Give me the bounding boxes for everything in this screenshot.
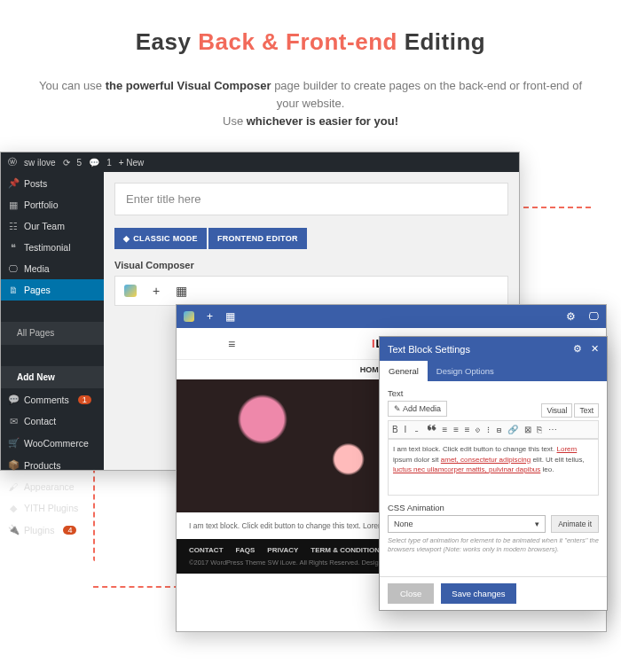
updates-count: 5 xyxy=(77,158,83,168)
add-element-button[interactable]: + xyxy=(153,284,160,298)
pin-icon: 📌 xyxy=(8,177,19,189)
modal-footer: Close Save changes xyxy=(380,576,607,610)
footer-link[interactable]: CONTACT xyxy=(189,546,224,554)
sidebar-item-comments[interactable]: 💬Comments1 xyxy=(1,388,104,410)
cart-icon: 🛒 xyxy=(8,437,19,449)
footer-link[interactable]: TERM & CONDITIONS xyxy=(310,546,384,554)
sidebar-item-posts[interactable]: 📌Posts xyxy=(1,172,104,194)
sidebar-sub-allpages[interactable]: All Pages xyxy=(1,322,104,345)
gear-icon[interactable]: ⚙ xyxy=(566,310,576,323)
site-name[interactable]: sw ilove xyxy=(24,158,56,168)
tab-design[interactable]: Design Options xyxy=(428,361,503,381)
sidebar-item-pages[interactable]: 🗎Pages xyxy=(1,279,104,301)
vc-icon: ◆ xyxy=(123,234,130,243)
vc-logo-icon[interactable] xyxy=(124,285,137,297)
subtitle: You can use the powerful Visual Composer… xyxy=(35,77,586,130)
sidebar-item-testimonial[interactable]: ❝Testimonial xyxy=(1,237,104,258)
animate-it-button[interactable]: Animate it xyxy=(551,515,599,533)
add-button[interactable]: + xyxy=(207,310,213,323)
badge: 1 xyxy=(78,395,91,404)
visual-tab[interactable]: Visual xyxy=(541,403,572,418)
grid-icon: ▦ xyxy=(8,199,19,210)
save-button[interactable]: Save changes xyxy=(441,583,515,604)
tab-general[interactable]: General xyxy=(380,361,428,381)
new-button[interactable]: + New xyxy=(119,158,145,168)
wysiwyg-toolbar[interactable]: B I ﹘ ❝ ≡ ≡ ≡ ⊘ ⋮ ⊟ 🔗 ⊠ ⎘ ⋯ xyxy=(388,420,599,439)
sidebar-item-contact[interactable]: ✉Contact xyxy=(1,410,104,432)
box-icon: 📦 xyxy=(8,459,19,471)
mail-icon: ✉ xyxy=(8,416,19,426)
vc-heading: Visual Composer xyxy=(114,260,508,270)
quote-icon: ❝ xyxy=(8,242,19,253)
sidebar-item-plugins[interactable]: 🔌Plugins4 xyxy=(1,519,104,541)
text-editor[interactable]: I am text block. Click edit button to ch… xyxy=(388,439,599,496)
modal-tabs: General Design Options xyxy=(380,361,607,381)
sidebar-item-woo[interactable]: 🛒WooCommerce xyxy=(1,432,104,454)
chevron-icon: ▾ xyxy=(535,520,539,528)
add-media-button[interactable]: ✎ Add Media xyxy=(388,401,447,417)
title-accent: Back & Front-end xyxy=(198,28,397,55)
css-animation-select[interactable]: None▾ xyxy=(388,515,546,533)
menu-icon[interactable]: ≡ xyxy=(228,337,235,351)
brush-icon: 🖌 xyxy=(8,481,19,492)
template-button[interactable]: ▦ xyxy=(225,310,235,323)
plug-icon: 🔌 xyxy=(8,524,19,535)
media-icon: 🖵 xyxy=(8,263,19,274)
page-title: Easy Back & Front-end Editing xyxy=(35,28,586,56)
fe-toolbar: + ▦ ⚙ 🖵 xyxy=(177,305,606,328)
help-text: Select type of animation for element to … xyxy=(388,536,599,554)
classic-mode-button[interactable]: ◆CLASSIC MODE xyxy=(114,228,207,249)
sidebar-item-appearance[interactable]: 🖌Appearance xyxy=(1,476,104,497)
badge: 4 xyxy=(63,526,76,535)
comments-count: 1 xyxy=(106,158,112,168)
sidebar-item-portfolio[interactable]: ▦Portfolio xyxy=(1,194,104,215)
text-tab[interactable]: Text xyxy=(574,403,599,418)
close-icon[interactable]: ✕ xyxy=(591,343,599,355)
modal-title: Text Block Settings xyxy=(388,344,470,355)
text-label: Text xyxy=(388,388,599,398)
template-button[interactable]: ▦ xyxy=(176,284,187,298)
updates-icon[interactable]: ⟳ xyxy=(63,158,70,168)
wp-sidebar: 📌Posts ▦Portfolio ☷Our Team ❝Testimonial… xyxy=(1,172,104,470)
wp-icon[interactable]: ⓦ xyxy=(8,156,17,168)
modal-header[interactable]: Text Block Settings ⚙✕ xyxy=(380,337,607,361)
frontend-editor-button[interactable]: FRONTEND EDITOR xyxy=(208,228,307,249)
title-input[interactable]: Enter title here xyxy=(114,183,508,215)
title-part: Easy xyxy=(136,28,198,55)
diamond-icon: ◆ xyxy=(8,503,19,513)
close-button[interactable]: Close xyxy=(388,583,434,604)
sidebar-item-media[interactable]: 🖵Media xyxy=(1,258,104,279)
comments-icon[interactable]: 💬 xyxy=(89,158,99,168)
team-icon: ☷ xyxy=(8,221,19,231)
text-block-settings-modal: Text Block Settings ⚙✕ General Design Op… xyxy=(379,336,608,611)
vc-logo-icon[interactable] xyxy=(184,311,194,322)
vc-toolbar: + ▦ xyxy=(114,276,508,306)
wp-admin-bar[interactable]: ⓦ sw ilove ⟳5 💬1 + New xyxy=(1,152,519,172)
sidebar-item-products[interactable]: 📦Products xyxy=(1,454,104,476)
title-part: Editing xyxy=(397,28,485,55)
page-icon: 🗎 xyxy=(8,285,19,295)
sidebar-item-yith[interactable]: ◆YITH Plugins xyxy=(1,497,104,519)
css-animation-label: CSS Animation xyxy=(388,503,599,512)
footer-link[interactable]: FAQS xyxy=(236,546,255,554)
footer-link[interactable]: PRIVACY xyxy=(267,546,298,554)
gear-icon[interactable]: ⚙ xyxy=(573,343,582,355)
desktop-icon[interactable]: 🖵 xyxy=(588,310,599,323)
comment-icon: 💬 xyxy=(8,394,19,405)
sidebar-sub-addnew[interactable]: Add New xyxy=(1,366,104,389)
sidebar-item-team[interactable]: ☷Our Team xyxy=(1,215,104,237)
